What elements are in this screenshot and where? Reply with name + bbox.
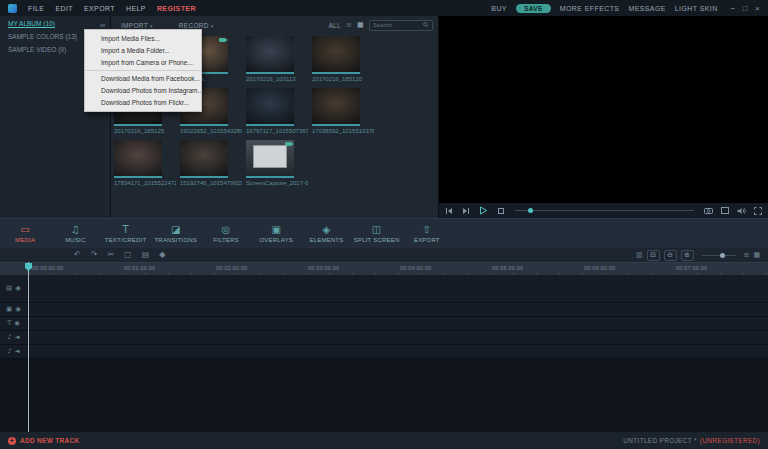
more-effects-button[interactable]: MORE EFFECTS xyxy=(560,5,620,12)
menu-export[interactable]: EXPORT xyxy=(84,5,115,12)
snapshot-camera-icon[interactable] xyxy=(704,207,713,214)
fullscreen-icon[interactable] xyxy=(754,207,762,215)
track-pip-track[interactable]: ▣ ◉ xyxy=(0,303,768,317)
record-menu-button[interactable]: RECORD▾ xyxy=(179,22,214,29)
media-item[interactable]: 17038592_1015510378.. xyxy=(312,88,374,140)
track-voice-track[interactable]: ♪ ◄ xyxy=(0,345,768,359)
close-button[interactable]: × xyxy=(755,4,760,13)
track-type-icon: ▤ xyxy=(6,285,12,292)
media-filename: 20170216_103113 xyxy=(246,76,308,82)
timeline-toolbar: ↶ ↷ ✂ ▢ ▤ ◆ ▥ ⊟ ⊖ ⊕ ≡ ▦ xyxy=(0,248,768,262)
buy-button[interactable]: BUY xyxy=(491,5,507,12)
minimize-button[interactable]: − xyxy=(731,4,736,13)
media-item[interactable]: 20170216_185120 xyxy=(312,36,374,88)
media-item[interactable]: 20170216_103113 xyxy=(246,36,308,88)
preview-controls xyxy=(439,203,768,218)
toolbar-icon-undo[interactable]: ↶ xyxy=(74,251,81,259)
track-toggle-icon[interactable]: ◉ xyxy=(15,285,21,292)
sidebar-item-my-album[interactable]: MY ALBUM (10) xyxy=(0,16,110,29)
menu-item-import-media-files[interactable]: Import Media Files... xyxy=(85,32,201,44)
toolbar-icon-redo[interactable]: ↷ xyxy=(91,251,98,259)
filter-all-button[interactable]: ALL xyxy=(328,22,340,29)
tab-music[interactable]: ♫ MUSIC xyxy=(50,219,100,249)
timeline-tracks[interactable]: ▤ ◉ ▣ ◉ T ◉ ♪ ◄ xyxy=(0,275,768,432)
previous-frame-button[interactable] xyxy=(445,207,453,215)
zoom-out-button[interactable]: ⊖ xyxy=(664,250,677,261)
media-item[interactable]: ScreenCapture_2017-6-2.. xyxy=(246,140,308,192)
media-item[interactable]: 15192746_1015479629.. xyxy=(180,140,242,192)
track-music-track[interactable]: ♪ ◄ xyxy=(0,331,768,345)
media-filename: 17834171_1015522472.. xyxy=(114,180,176,186)
registration-status: (UNREGISTERED) xyxy=(700,437,760,444)
zoom-slider-handle[interactable] xyxy=(720,253,725,258)
track-toggle-icon[interactable]: ◉ xyxy=(15,306,21,313)
video-camera-badge-icon xyxy=(219,38,226,42)
menu-item-import-from-camera-or-phone[interactable]: Import from Camera or Phone... xyxy=(85,56,201,68)
track-type-icon: T xyxy=(7,320,11,327)
track-toggle-icon[interactable]: ◄ xyxy=(15,334,20,341)
fit-screen-icon[interactable] xyxy=(721,207,729,214)
search-input[interactable] xyxy=(373,22,423,28)
play-button[interactable] xyxy=(479,206,488,215)
import-menu-button[interactable]: IMPORT▾ xyxy=(121,22,153,29)
zoom-fit-button[interactable]: ⊟ xyxy=(647,250,660,261)
media-filename: 20170216_185125 xyxy=(114,128,176,134)
tab-filters[interactable]: ◎ FILTERS xyxy=(201,219,251,249)
filmora-window: FILE EDIT EXPORT HELP REGISTER BUY SAVE … xyxy=(0,0,768,449)
timeline-ruler[interactable]: 00:00:00.00 00:01:00.00 00:02:00.00 00:0… xyxy=(0,262,768,276)
track-text-track[interactable]: T ◉ xyxy=(0,317,768,331)
menu-item-import-media-folder[interactable]: Import a Media Folder... xyxy=(85,44,201,56)
tab-split-screen[interactable]: ◫ SPLIT SCREEN xyxy=(352,219,402,249)
message-button[interactable]: MESSAGE xyxy=(628,5,665,12)
timeline-display-icon[interactable]: ▦ xyxy=(753,251,760,259)
maximize-button[interactable]: □ xyxy=(743,4,748,13)
media-item[interactable]: 16797117_1015507367.. xyxy=(246,88,308,140)
track-video-track[interactable]: ▤ ◉ xyxy=(0,275,768,303)
menu-file[interactable]: FILE xyxy=(28,5,44,12)
toolbar-icon-crop[interactable]: ▢ xyxy=(124,251,132,259)
timeline-zoom-slider[interactable] xyxy=(702,255,736,256)
tab-label: MUSIC xyxy=(65,237,85,243)
add-new-track-button[interactable]: + ADD NEW TRACK xyxy=(8,437,80,445)
media-filename: 19022652_10155432897.. xyxy=(180,128,242,134)
tab-icon: ♫ xyxy=(71,225,80,235)
tab-elements[interactable]: ◈ ELEMENTS xyxy=(301,219,351,249)
tab-overlays[interactable]: ▣ OVERLAYS xyxy=(251,219,301,249)
mixer-icon[interactable]: ▥ xyxy=(636,251,643,259)
toolbar-icon-delete[interactable]: ▤ xyxy=(142,251,150,259)
track-type-icon: ♪ xyxy=(7,348,11,355)
media-filename: 16797117_1015507367.. xyxy=(246,128,308,134)
tab-label: TRANSITIONS xyxy=(154,237,197,243)
tab-media[interactable]: ▭ MEDIA xyxy=(0,219,50,249)
seek-handle[interactable] xyxy=(528,208,533,213)
list-view-icon[interactable]: ≡ xyxy=(346,21,352,29)
media-item[interactable]: 17834171_1015522472.. xyxy=(114,140,176,192)
toolbar-icon-marker[interactable]: ◆ xyxy=(159,251,165,259)
stop-button[interactable] xyxy=(497,207,505,215)
next-frame-button[interactable] xyxy=(462,207,470,215)
light-skin-button[interactable]: LIGHT SKIN xyxy=(675,5,718,12)
tab-label: EXPORT xyxy=(414,237,440,243)
menu-edit[interactable]: EDIT xyxy=(55,5,73,12)
track-toggle-icon[interactable]: ◄ xyxy=(15,348,20,355)
search-box[interactable] xyxy=(369,20,433,31)
menu-help[interactable]: HELP xyxy=(126,5,146,12)
track-height-icon[interactable]: ≡ xyxy=(744,251,750,259)
menu-item-download-photos-instagram[interactable]: Download Photos from Instagram... xyxy=(85,85,201,97)
grid-view-icon[interactable]: ▦ xyxy=(357,21,364,29)
menu-item-download-photos-flickr[interactable]: Download Photos from Flickr... xyxy=(85,97,201,109)
menu-item-download-media-facebook[interactable]: Download Media from Facebook... xyxy=(85,70,201,85)
track-toggle-icon[interactable]: ◉ xyxy=(14,320,20,327)
volume-icon[interactable] xyxy=(737,207,746,215)
tab-export[interactable]: ⇧ EXPORT xyxy=(402,219,452,249)
tab-icon: ◎ xyxy=(222,225,231,235)
preview-seek-slider[interactable] xyxy=(515,210,694,211)
zoom-in-button[interactable]: ⊕ xyxy=(681,250,694,261)
toolbar-icon-split[interactable]: ✂ xyxy=(107,251,114,259)
tab-icon: ◫ xyxy=(372,225,382,235)
tab-text-credit[interactable]: T TEXT/CREDIT xyxy=(100,219,150,249)
menu-register[interactable]: REGISTER xyxy=(157,5,196,12)
save-button[interactable]: SAVE xyxy=(516,4,551,13)
media-thumbnail xyxy=(312,36,360,74)
tab-transitions[interactable]: ◪ TRANSITIONS xyxy=(151,219,201,249)
